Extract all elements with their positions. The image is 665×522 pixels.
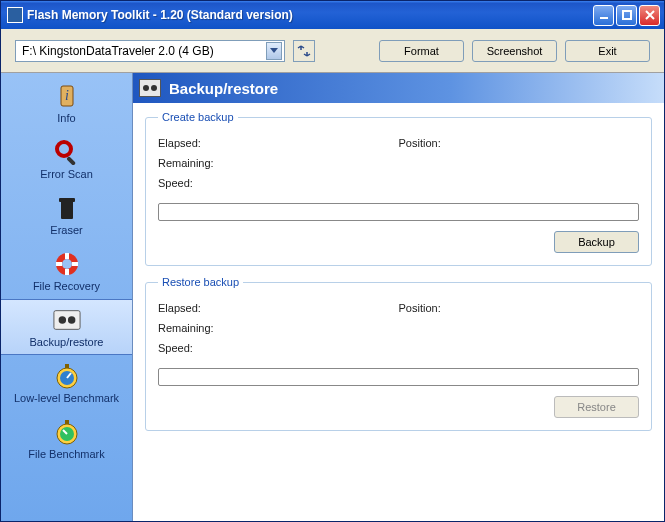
sidebar-item-label: Info — [57, 112, 75, 124]
restore-backup-legend: Restore backup — [158, 276, 243, 288]
app-window: Flash Memory Toolkit - 1.20 (Standard ve… — [0, 0, 665, 522]
minimize-button[interactable] — [593, 5, 614, 26]
sidebar-item-eraser[interactable]: Eraser — [1, 187, 132, 243]
window-title: Flash Memory Toolkit - 1.20 (Standard ve… — [27, 8, 591, 22]
sidebar-item-error-scan[interactable]: Error Scan — [1, 131, 132, 187]
create-backup-group: Create backup Elapsed: Position: Remaini… — [145, 111, 652, 266]
refresh-icon — [297, 44, 311, 58]
speed-value — [248, 177, 399, 189]
elapsed-value — [248, 302, 399, 314]
create-backup-legend: Create backup — [158, 111, 238, 123]
svg-point-11 — [58, 316, 65, 323]
lifebuoy-icon — [53, 250, 81, 278]
position-value — [489, 302, 640, 314]
speed-label: Speed: — [158, 177, 248, 189]
stopwatch-green-icon — [53, 418, 81, 446]
tape-icon — [139, 79, 161, 97]
create-backup-progress — [158, 203, 639, 221]
sidebar-item-label: Error Scan — [40, 168, 93, 180]
content-pane: Backup/restore Create backup Elapsed: Po… — [133, 73, 664, 521]
svg-point-9 — [62, 259, 72, 269]
speed-label: Speed: — [158, 342, 248, 354]
restore-backup-group: Restore backup Elapsed: Position: Remain… — [145, 276, 652, 431]
refresh-button[interactable] — [293, 40, 315, 62]
sidebar-item-label: Eraser — [50, 224, 82, 236]
remaining-label: Remaining: — [158, 322, 248, 334]
sidebar-item-file-recovery[interactable]: File Recovery — [1, 243, 132, 299]
magnifier-icon — [53, 138, 81, 166]
sidebar-item-label: File Benchmark — [28, 448, 104, 460]
sidebar-item-file-benchmark[interactable]: File Benchmark — [1, 411, 132, 467]
screenshot-button[interactable]: Screenshot — [472, 40, 557, 62]
sidebar-item-label: File Recovery — [33, 280, 100, 292]
svg-rect-18 — [65, 420, 69, 424]
remaining-value — [248, 322, 399, 334]
svg-point-12 — [67, 316, 74, 323]
sidebar: i Info Error Scan Eraser File — [1, 73, 133, 521]
svg-point-19 — [143, 85, 149, 91]
svg-point-20 — [151, 85, 157, 91]
remaining-value — [248, 157, 399, 169]
sidebar-item-backup-restore[interactable]: Backup/restore — [1, 299, 132, 355]
drive-select-value: F:\ KingstonDataTraveler 2.0 (4 GB) — [22, 44, 214, 58]
toolbar: F:\ KingstonDataTraveler 2.0 (4 GB) Form… — [1, 29, 664, 73]
format-button[interactable]: Format — [379, 40, 464, 62]
svg-rect-10 — [53, 311, 79, 330]
maximize-button[interactable] — [616, 5, 637, 26]
sidebar-item-label: Backup/restore — [30, 336, 104, 348]
svg-text:i: i — [65, 88, 69, 103]
position-value — [489, 137, 640, 149]
svg-rect-15 — [65, 364, 69, 368]
svg-rect-1 — [623, 11, 631, 19]
sidebar-item-info[interactable]: i Info — [1, 75, 132, 131]
backup-button[interactable]: Backup — [554, 231, 639, 253]
remaining-label: Remaining: — [158, 157, 248, 169]
app-icon — [7, 7, 23, 23]
stopwatch-icon — [53, 362, 81, 390]
titlebar: Flash Memory Toolkit - 1.20 (Standard ve… — [1, 1, 664, 29]
tape-icon — [53, 306, 81, 334]
sidebar-item-low-level-benchmark[interactable]: Low-level Benchmark — [1, 355, 132, 411]
content-body: Create backup Elapsed: Position: Remaini… — [133, 103, 664, 521]
info-icon: i — [53, 82, 81, 110]
drive-select[interactable]: F:\ KingstonDataTraveler 2.0 (4 GB) — [15, 40, 285, 62]
speed-value — [248, 342, 399, 354]
restore-backup-progress — [158, 368, 639, 386]
chevron-down-icon — [266, 42, 282, 60]
exit-button[interactable]: Exit — [565, 40, 650, 62]
body: i Info Error Scan Eraser File — [1, 73, 664, 521]
svg-point-4 — [57, 142, 71, 156]
svg-rect-6 — [61, 201, 73, 219]
position-label: Position: — [399, 302, 489, 314]
svg-rect-7 — [59, 198, 75, 202]
elapsed-label: Elapsed: — [158, 137, 248, 149]
svg-rect-5 — [66, 156, 76, 165]
restore-button: Restore — [554, 396, 639, 418]
svg-rect-0 — [600, 17, 608, 19]
content-title: Backup/restore — [169, 80, 278, 97]
elapsed-value — [248, 137, 399, 149]
trash-icon — [53, 194, 81, 222]
content-header: Backup/restore — [133, 73, 664, 103]
position-label: Position: — [399, 137, 489, 149]
sidebar-item-label: Low-level Benchmark — [14, 392, 119, 404]
close-button[interactable] — [639, 5, 660, 26]
elapsed-label: Elapsed: — [158, 302, 248, 314]
